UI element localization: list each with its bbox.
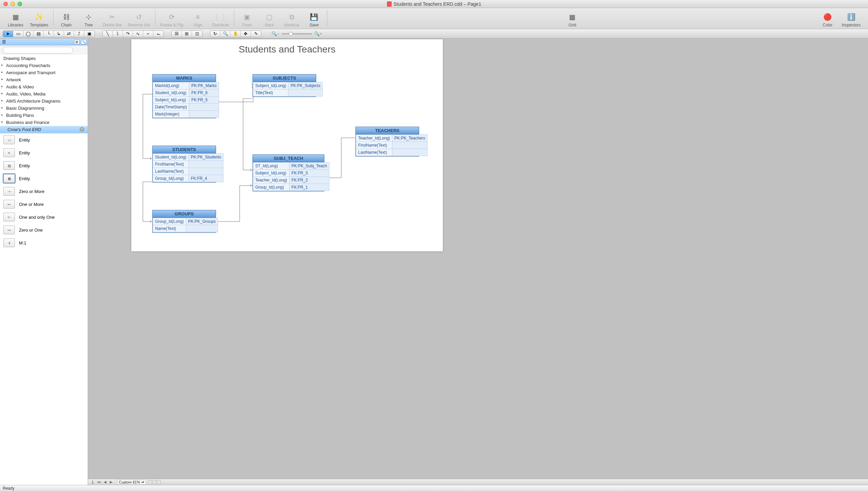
back-button[interactable]: ▢Back	[261, 12, 278, 27]
zoom-window-button[interactable]	[18, 2, 22, 6]
line-tool-6[interactable]: ⌙	[153, 31, 164, 37]
category-item[interactable]: Artwork	[0, 76, 88, 83]
line-tool-2[interactable]: ⤵	[113, 31, 123, 37]
view-mode-2[interactable]	[152, 480, 156, 484]
zoom-track[interactable]	[282, 33, 312, 35]
zoom-select[interactable]: Custom 61% ▴▾	[117, 480, 146, 485]
category-selected[interactable]: Crow's Foot ERD ×	[0, 126, 88, 133]
front-button[interactable]: ▣Front	[239, 12, 255, 27]
snap-tool-1[interactable]: ☒	[172, 31, 182, 37]
distribute-button[interactable]: ⋮⋮Distribute	[212, 12, 229, 27]
line-tool-4[interactable]: ∿	[133, 31, 143, 37]
close-category-icon[interactable]: ×	[80, 127, 84, 132]
category-item[interactable]: Business and Finance	[0, 119, 88, 126]
tools-toolbar: ➤ ▭ ◯ ▤ └ ↳ ⇄ ⤴ ▣ ╲ ⤵ ↷ ∿ ⌐ ⌙ ☒ ⊞ ⊡ ↻ 🔍 …	[0, 29, 868, 39]
entity-subj_teach[interactable]: SUBJ_TEACH ST_Id(Long)PK:PK_Subj_TeachSu…	[253, 154, 324, 191]
connector-tool-2[interactable]: ↳	[54, 31, 64, 37]
pan-tool[interactable]: ✋	[231, 31, 241, 37]
close-window-button[interactable]	[3, 2, 8, 6]
view-mode-1[interactable]	[148, 480, 152, 484]
shape-item[interactable]: ▤ Entity	[0, 159, 88, 172]
shape-item[interactable]: ⊷ One or More	[0, 198, 88, 211]
zoom-out-icon[interactable]: 🔍−	[272, 31, 280, 36]
templates-button[interactable]: ✨ Templates	[30, 12, 48, 27]
text-tool[interactable]: ▤	[34, 31, 44, 37]
shape-item[interactable]: ▦ Entity	[0, 172, 88, 185]
zoom-thumb[interactable]	[289, 32, 293, 36]
selection-tools: ➤ ▭ ◯ ▤ └ ↳ ⇄ ⤴ ▣	[3, 30, 95, 37]
page-next-icon[interactable]: ▶	[108, 480, 114, 484]
canvas-area[interactable]: Students and Teachers MARKS	[88, 39, 868, 485]
shape-thumb-icon: ⊸	[3, 187, 15, 196]
chain-button[interactable]: ⛓Chain	[58, 12, 74, 27]
reverse-link-icon: ↺	[134, 12, 144, 22]
save-icon: 💾	[309, 12, 319, 22]
category-item[interactable]: Accounting Flowcharts	[0, 62, 88, 69]
category-item[interactable]: Audio, Video, Media	[0, 90, 88, 98]
rect-tool[interactable]: ▭	[13, 31, 23, 37]
search-icon[interactable]: 🔍	[81, 40, 86, 44]
libraries-button[interactable]: ▦ Libraries	[7, 12, 24, 27]
shape-item[interactable]: ⊰ M:1	[0, 236, 88, 249]
page[interactable]: Students and Teachers MARKS	[131, 39, 443, 251]
rotate-flip-button[interactable]: ⟳Rotate & Flip	[160, 12, 183, 27]
sidebar-toggle-icon[interactable]: ☰	[0, 39, 8, 44]
connector-tool-4[interactable]: ⤴	[74, 31, 84, 37]
category-item[interactable]: Building Plans	[0, 112, 88, 119]
entity-header: TEACHERS	[356, 127, 419, 134]
view-mode-3[interactable]	[157, 480, 161, 484]
save-button[interactable]: 💾Save	[306, 12, 322, 27]
shape-item[interactable]: ≡ Entity	[0, 146, 88, 159]
entity-fields: Teacher_Id(Long)PK:PK_TeachersFirstName(…	[356, 134, 428, 156]
page-pause-icon[interactable]: ‖	[90, 480, 95, 484]
line-tool-3[interactable]: ↷	[123, 31, 133, 37]
line-tools: ╲ ⤵ ↷ ∿ ⌐ ⌙	[102, 30, 164, 37]
minimize-window-button[interactable]	[10, 2, 15, 6]
view-tools: ↻ 🔍 ✋ ✥ ✎	[210, 30, 261, 37]
align-button[interactable]: ≡Align	[190, 12, 206, 27]
inspectors-button[interactable]: ℹ️Inspectors	[842, 12, 861, 27]
snap-tool-2[interactable]: ⊞	[182, 31, 192, 37]
tree-button[interactable]: ⊹Tree	[81, 12, 97, 27]
page-prev-icon[interactable]: ◀	[102, 480, 108, 484]
grid-view-icon[interactable]: ⊞	[74, 40, 80, 44]
zoom-in-icon[interactable]: 🔍+	[314, 31, 322, 36]
entity-subjects[interactable]: SUBJECTS Subject_Id(Long)PK:PK_SubjectsT…	[253, 74, 316, 97]
reverse-link-button[interactable]: ↺Reverse link	[128, 12, 150, 27]
eyedropper-tool[interactable]: ✎	[251, 31, 261, 37]
shape-label: Zero or One	[19, 228, 43, 233]
entity-teachers[interactable]: TEACHERS Teacher_Id(Long)PK:PK_TeachersF…	[355, 127, 419, 156]
crop-tool[interactable]: ✥	[241, 31, 251, 37]
shape-item[interactable]: ▭ Entity	[0, 133, 88, 146]
connector-tool-5[interactable]: ▣	[84, 31, 94, 37]
connector-tool-1[interactable]: └	[44, 31, 54, 37]
line-tool-5[interactable]: ⌐	[143, 31, 153, 37]
page-first-icon[interactable]: ⏮	[96, 480, 102, 484]
entity-students[interactable]: STUDENTS Student_Id(Long)PK:PK_StudentsF…	[152, 146, 216, 183]
entity-groups[interactable]: GROUPS Group_Id(Long)PK:PK_GroupsName(Te…	[152, 210, 216, 233]
refresh-tool[interactable]: ↻	[210, 31, 220, 37]
shape-item[interactable]: ⊸ Zero or More	[0, 185, 88, 198]
entity-marks[interactable]: MARKS MarkId(Long)PK:PK_MarksStudent_Id(…	[152, 74, 216, 118]
shape-item[interactable]: ⊢ One and only One	[0, 211, 88, 223]
connector-tool-3[interactable]: ⇄	[64, 31, 74, 37]
snap-tool-3[interactable]: ⊡	[192, 31, 202, 37]
shape-label: Entity	[19, 137, 30, 143]
ellipse-tool[interactable]: ◯	[23, 31, 34, 37]
zoom-tool[interactable]: 🔍	[220, 31, 231, 37]
delete-link-button[interactable]: ✂Delete link	[103, 12, 122, 27]
grid-button[interactable]: ▦Grid	[564, 12, 581, 27]
category-item[interactable]: Basic Diagramming	[0, 105, 88, 112]
line-tool-1[interactable]: ╲	[103, 31, 113, 37]
shape-item[interactable]: ⊶ Zero or One	[0, 223, 88, 236]
pointer-tool[interactable]: ➤	[3, 31, 13, 37]
chevron-updown-icon: ▴▾	[142, 481, 144, 484]
library-search-input[interactable]	[3, 47, 73, 54]
identical-button[interactable]: ⧉Identical	[284, 12, 300, 27]
rotate-flip-icon: ⟳	[167, 12, 177, 22]
category-item[interactable]: AWS Architecture Diagrams	[0, 98, 88, 105]
color-button[interactable]: 🔴Color	[820, 12, 836, 27]
category-item[interactable]: Aerospace and Transport	[0, 69, 88, 76]
window-title-text: Students and Teachers ERD.cdd – Page1	[394, 1, 481, 7]
category-item[interactable]: Audio & Video	[0, 83, 88, 90]
